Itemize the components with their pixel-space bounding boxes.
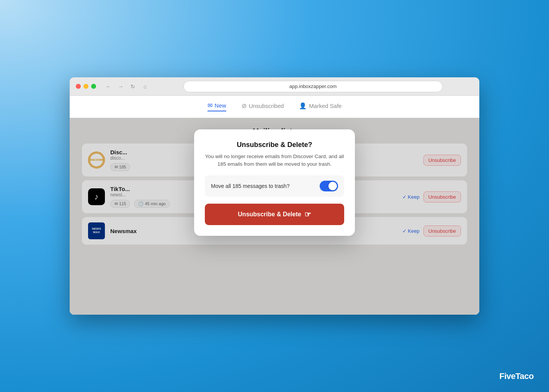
tab-unsubscribed-label: Unsubscribed [249, 103, 284, 109]
minimize-button[interactable] [83, 84, 88, 89]
maximize-button[interactable] [91, 84, 96, 89]
tab-navigation: ✉ New ⊘ Unsubscribed 👤 Marked Safe [70, 96, 479, 118]
mail-icon: ✉ [208, 102, 212, 109]
address-bar[interactable]: app.inboxzapper.com [183, 81, 443, 92]
tab-marked-safe[interactable]: 👤 Marked Safe [299, 102, 341, 111]
trash-toggle[interactable] [320, 181, 338, 191]
home-button[interactable]: ⌂ [141, 82, 150, 91]
reload-button[interactable]: ↻ [128, 82, 137, 91]
confirm-button-label: Unsubscribe & Delete [238, 211, 301, 218]
browser-nav: ← → ↻ ⌂ [104, 82, 150, 91]
browser-titlebar: ← → ↻ ⌂ app.inboxzapper.com [70, 77, 479, 96]
forward-button[interactable]: → [116, 82, 125, 91]
tab-new[interactable]: ✉ New [208, 102, 226, 111]
cursor-icon: ☞ [304, 210, 311, 219]
traffic-lights [76, 84, 96, 89]
tab-marked-safe-label: Marked Safe [309, 103, 341, 109]
tab-unsubscribed[interactable]: ⊘ Unsubscribed [242, 102, 284, 111]
confirm-modal: Unsubscribe & Delete? You will no longer… [194, 129, 355, 236]
back-button[interactable]: ← [104, 82, 113, 91]
confirm-unsubscribe-delete-button[interactable]: Unsubscribe & Delete ☞ [205, 204, 344, 225]
main-content: Mailing lists DISCOVER Disc... disco... … [70, 118, 479, 315]
address-text: app.inboxzapper.com [289, 83, 337, 89]
user-icon: 👤 [299, 102, 307, 109]
modal-overlay[interactable]: Unsubscribe & Delete? You will no longer… [70, 118, 479, 315]
toggle-label: Move all 185 messages to trash? [211, 183, 289, 189]
unsubscribed-icon: ⊘ [242, 102, 247, 109]
toggle-row: Move all 185 messages to trash? [205, 175, 344, 197]
modal-title: Unsubscribe & Delete? [205, 141, 344, 149]
tab-new-label: New [215, 102, 226, 109]
browser-window: ← → ↻ ⌂ app.inboxzapper.com ✉ New ⊘ Unsu… [70, 77, 479, 315]
close-button[interactable] [76, 84, 81, 89]
modal-description: You will no longer receive emails from D… [205, 153, 344, 168]
watermark: FiveTaco [499, 371, 534, 381]
browser-content: ✉ New ⊘ Unsubscribed 👤 Marked Safe Maili… [70, 96, 479, 315]
toggle-knob [328, 182, 337, 190]
watermark-text: FiveTaco [499, 371, 534, 381]
